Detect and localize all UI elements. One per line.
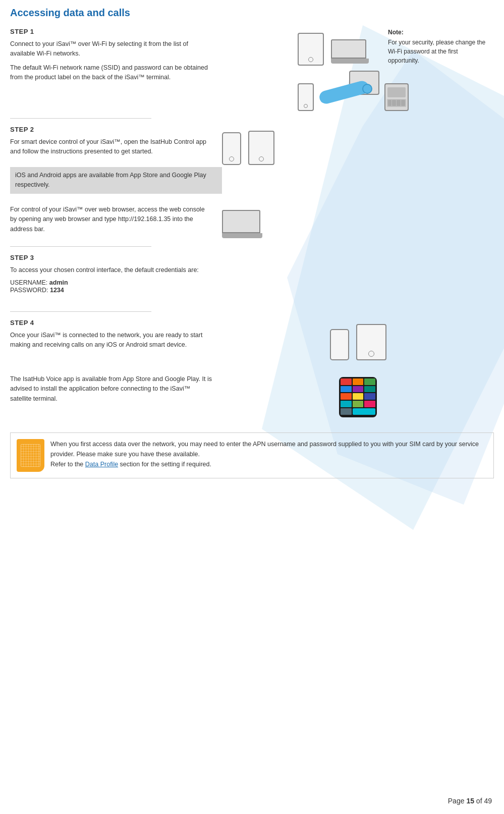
username-label: USERNAME: [10, 279, 47, 286]
step3-right [222, 254, 494, 259]
step3-text1: To access your chosen control interface,… [10, 265, 212, 275]
step2-left2: For control of your iSavi™ over web brow… [10, 205, 222, 239]
step4-left: STEP 4 Once your iSavi™ is connected to … [10, 319, 222, 354]
total-pages: 49 [484, 797, 492, 805]
page-container: Accessing data and calls STEP 1 Connect … [0, 0, 504, 814]
step4-text2-area: The IsatHub Voice app is available from … [10, 374, 222, 417]
step1-left: STEP 1 Connect to your iSavi™ over Wi-Fi… [10, 28, 222, 87]
laptop-icon-2 [222, 210, 262, 239]
step2-laptop-area [222, 205, 262, 239]
isathub-app-icon [339, 377, 377, 417]
step2-section: STEP 2 For smart device control of your … [10, 126, 494, 239]
current-page: 15 [466, 797, 474, 805]
note-title: Note: [388, 28, 489, 37]
note-box: Note: For your security, please change t… [388, 28, 489, 65]
phone-device-icon [298, 83, 314, 111]
tablet-s4-icon [356, 324, 386, 360]
divider-2 [10, 246, 151, 247]
step3-left: STEP 3 To access your chosen control int… [10, 254, 222, 294]
step2-text1: For smart device control of your iSavi™,… [10, 137, 212, 157]
data-profile-link[interactable]: Data Profile [85, 461, 118, 468]
step2-text2: For control of your iSavi™ over web brow… [10, 205, 212, 234]
step2-left: STEP 2 For smart device control of your … [10, 126, 222, 165]
step4-section: STEP 4 Once your iSavi™ is connected to … [10, 319, 494, 369]
step3-label: STEP 3 [10, 254, 212, 261]
username-line: USERNAME: admin [10, 279, 212, 286]
tablet-med-icon [248, 131, 274, 165]
phone-s4-icon [330, 329, 349, 360]
info-box: When you first access data over the netw… [10, 432, 494, 478]
tablet-device-icon [298, 33, 324, 66]
step1-label: STEP 1 [10, 28, 212, 35]
step1-section: STEP 1 Connect to your iSavi™ over Wi-Fi… [10, 28, 494, 111]
info-text3: section for the setting if required. [118, 461, 211, 468]
info-text: When you first access data over the netw… [50, 439, 487, 469]
step4-part2: The IsatHub Voice app is available from … [10, 374, 494, 417]
info-text2: Refer to the [50, 461, 85, 468]
sim-card-icon [17, 439, 44, 472]
step2-devices-top [222, 126, 274, 165]
step1-right: Note: For your security, please change t… [222, 28, 494, 111]
step4-app-icon-area [222, 374, 494, 417]
stylus-isavi-icon [319, 71, 379, 111]
divider-3 [10, 311, 151, 312]
divider-1 [10, 118, 151, 119]
password-value: 1234 [50, 287, 64, 294]
step4-right [222, 319, 494, 360]
step1-text1: Connect to your iSavi™ over Wi-Fi by sel… [10, 39, 212, 59]
password-line: PASSWORD: 1234 [10, 287, 212, 294]
page-number: Page 15 of 49 [448, 797, 492, 805]
blackberry-device-icon [384, 83, 409, 111]
note-text: For your security, please change the Wi-… [388, 38, 489, 65]
step2-highlight: iOS and Android apps are available from … [10, 167, 222, 194]
step4-text1: Once your iSavi™ is connected to the net… [10, 331, 212, 350]
step3-section: STEP 3 To access your chosen control int… [10, 254, 494, 304]
phone-med-icon [222, 132, 241, 165]
content-area: STEP 1 Connect to your iSavi™ over Wi-Fi… [10, 28, 494, 478]
page-title: Accessing data and calls [10, 5, 494, 19]
step4-text2: The IsatHub Voice app is available from … [10, 374, 212, 404]
laptop-device-icon [331, 39, 369, 66]
password-label: PASSWORD: [10, 287, 48, 294]
info-text1: When you first access data over the netw… [50, 441, 479, 458]
step4-label: STEP 4 [10, 319, 212, 327]
step2-label: STEP 2 [10, 126, 212, 133]
username-value: admin [49, 279, 68, 286]
step1-text2: The default Wi-Fi network name (SSID) an… [10, 63, 212, 83]
